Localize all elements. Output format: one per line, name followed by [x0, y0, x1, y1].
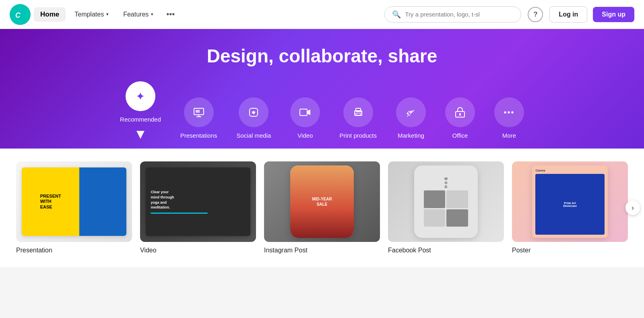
category-office[interactable]: Office — [436, 97, 485, 149]
video-teal-bar — [151, 213, 207, 214]
fb-cell-3 — [424, 209, 446, 227]
video-icon — [299, 106, 312, 119]
more-dots-icon: ••• — [504, 108, 514, 117]
search-bar[interactable]: 🔍 — [384, 6, 521, 23]
print-products-icon — [352, 106, 365, 119]
category-recommended-label: Recommended — [120, 116, 161, 123]
card-instagram[interactable]: MID-YEARSALE Instagram Post — [264, 161, 380, 254]
search-input[interactable] — [405, 11, 514, 18]
svg-rect-6 — [300, 109, 307, 116]
category-print-products-label: Print products — [339, 132, 377, 139]
card-facebook[interactable]: MOD Facebook Post — [388, 161, 504, 254]
marketing-icon-wrap — [396, 97, 426, 127]
canva-logo[interactable]: C — [10, 4, 31, 25]
chevron-right-icon: › — [632, 204, 634, 212]
navbar: C Home Templates ▾ Features ▾ ••• 🔍 ? Lo… — [0, 0, 644, 29]
office-icon — [454, 106, 466, 119]
presentations-icon — [192, 106, 205, 119]
category-social-media[interactable]: Social media — [227, 97, 281, 149]
login-button[interactable]: Log in — [549, 6, 587, 23]
category-marketing[interactable]: Marketing — [386, 97, 436, 149]
category-print-products[interactable]: Print products — [330, 97, 386, 149]
category-more[interactable]: ••• More — [485, 97, 534, 149]
card-instagram-img: MID-YEARSALE — [264, 161, 380, 242]
nav-templates[interactable]: Templates ▾ — [69, 8, 114, 21]
nav-home[interactable]: Home — [34, 7, 66, 22]
card-facebook-img: MOD — [388, 161, 504, 242]
office-icon-wrap — [445, 97, 475, 127]
recommended-icon: ✦ — [136, 90, 145, 103]
svg-rect-13 — [459, 114, 461, 116]
category-presentations[interactable]: Presentations — [171, 97, 227, 149]
svg-point-10 — [361, 112, 362, 113]
card-video[interactable]: Clear yourmind throughyoga andmeditation… — [140, 161, 256, 254]
poster-brand-text: Canva — [535, 169, 604, 172]
video-mock-text: Clear yourmind throughyoga andmeditation… — [151, 190, 174, 210]
features-chevron-icon: ▾ — [151, 12, 153, 17]
fb-mock-text: MOD — [444, 177, 448, 189]
presentations-icon-wrap — [184, 97, 214, 127]
card-video-img: Clear yourmind throughyoga andmeditation… — [140, 161, 256, 242]
next-arrow-button[interactable]: › — [625, 200, 640, 215]
ig-mock-text: MID-YEARSALE — [312, 196, 332, 207]
card-poster[interactable]: Canva Pride ArtShowcase Poster — [512, 161, 628, 254]
fb-cell-2 — [446, 190, 468, 208]
category-office-label: Office — [452, 132, 468, 139]
fb-cell-4 — [446, 209, 468, 227]
marketing-icon — [405, 106, 417, 119]
social-media-icon — [247, 106, 260, 119]
fb-cell-1 — [424, 190, 446, 208]
search-icon: 🔍 — [392, 10, 401, 19]
help-button[interactable]: ? — [528, 7, 543, 22]
category-more-label: More — [502, 132, 516, 139]
social-media-icon-wrap — [239, 97, 268, 127]
cards-section: PRESENTWITHEASE Presentation Clear yourm… — [0, 149, 644, 267]
print-products-icon-wrap — [343, 97, 373, 127]
video-icon-wrap — [290, 97, 320, 127]
card-facebook-title: Facebook Post — [388, 247, 504, 254]
recommended-icon-wrap: ✦ — [126, 81, 155, 111]
svg-text:C: C — [15, 11, 21, 19]
templates-chevron-icon: ▾ — [106, 12, 109, 17]
card-presentation-img: PRESENTWITHEASE — [16, 161, 132, 242]
category-recommended[interactable]: ✦ Recommended — [110, 81, 171, 149]
category-presentations-label: Presentations — [180, 132, 217, 139]
nav-more-dots[interactable]: ••• — [162, 6, 179, 22]
category-social-media-label: Social media — [237, 132, 271, 139]
svg-rect-9 — [356, 113, 361, 115]
card-presentation[interactable]: PRESENTWITHEASE Presentation — [16, 161, 132, 254]
card-poster-title: Poster — [512, 247, 628, 254]
svg-rect-2 — [196, 110, 200, 113]
card-presentation-title: Presentation — [16, 247, 132, 254]
poster-blue-text: Pride ArtShowcase — [563, 202, 577, 207]
category-row: ✦ Recommended Presentations — [24, 81, 620, 149]
more-icon-wrap: ••• — [494, 97, 524, 127]
category-marketing-label: Marketing — [398, 132, 424, 139]
pres-mock-text: PRESENTWITHEASE — [40, 194, 61, 210]
category-video[interactable]: Video — [281, 97, 330, 149]
signup-button[interactable]: Sign up — [593, 7, 634, 22]
card-poster-img: Canva Pride ArtShowcase — [512, 161, 628, 242]
card-instagram-title: Instagram Post — [264, 247, 380, 254]
nav-features[interactable]: Features ▾ — [118, 8, 159, 21]
category-video-label: Video — [297, 132, 313, 139]
card-video-title: Video — [140, 247, 256, 254]
hero-title: Design, collaborate, share — [207, 45, 438, 67]
hero-banner: Design, collaborate, share ✦ Recommended… — [0, 29, 644, 149]
